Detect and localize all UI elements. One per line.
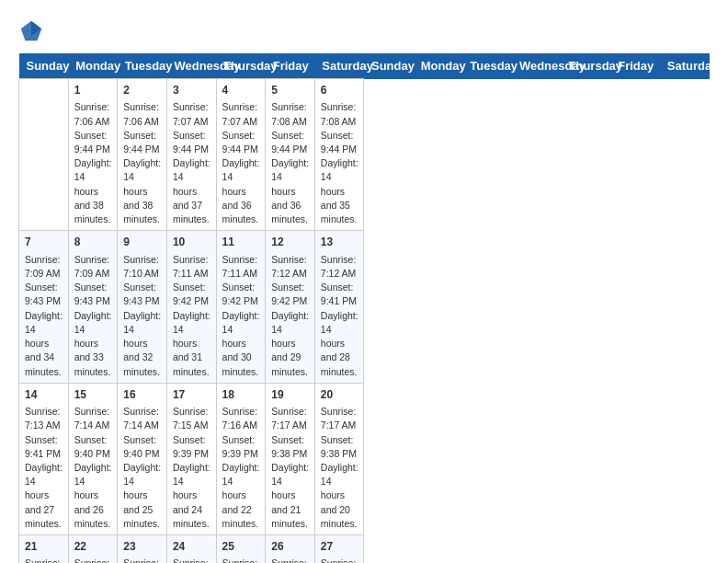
- calendar-cell: 27 Sunrise: 7:23 AM Sunset: 9:32 PM Dayl…: [314, 535, 364, 563]
- cell-content: 10 Sunrise: 7:11 AM Sunset: 9:42 PM Dayl…: [173, 235, 210, 378]
- calendar-week-row: 21 Sunrise: 7:18 AM Sunset: 9:37 PM Dayl…: [19, 535, 710, 563]
- sunrise-text: Sunrise: 7:11 AM: [173, 254, 209, 279]
- daylight-text: Daylight: 14 hours and 21 minutes.: [271, 462, 309, 529]
- weekday-header-tuesday: Tuesday: [118, 53, 167, 79]
- daylight-text: Daylight: 14 hours and 31 minutes.: [173, 310, 210, 377]
- day-number: 4: [222, 83, 260, 98]
- sunrise-text: Sunrise: 7:19 AM: [74, 557, 110, 563]
- cell-content: 19 Sunrise: 7:17 AM Sunset: 9:38 PM Dayl…: [271, 387, 309, 531]
- sunset-text: Sunset: 9:39 PM: [173, 434, 209, 459]
- sunset-text: Sunset: 9:43 PM: [74, 282, 110, 306]
- sunset-text: Sunset: 9:44 PM: [222, 130, 258, 155]
- calendar-cell: [19, 79, 69, 231]
- daylight-text: Daylight: 14 hours and 38 minutes.: [74, 157, 112, 224]
- day-number: 15: [74, 387, 112, 403]
- calendar-cell: 3 Sunrise: 7:07 AM Sunset: 9:44 PM Dayli…: [166, 79, 216, 231]
- calendar-week-row: 7 Sunrise: 7:09 AM Sunset: 9:43 PM Dayli…: [19, 231, 710, 383]
- cell-content: 12 Sunrise: 7:12 AM Sunset: 9:42 PM Dayl…: [271, 235, 309, 378]
- daylight-text: Daylight: 14 hours and 33 minutes.: [74, 310, 112, 377]
- sunrise-text: Sunrise: 7:14 AM: [123, 406, 159, 431]
- weekday-header-friday: Friday: [266, 53, 315, 79]
- calendar-cell: 8 Sunrise: 7:09 AM Sunset: 9:43 PM Dayli…: [68, 231, 118, 383]
- sunrise-text: Sunrise: 7:08 AM: [271, 101, 307, 126]
- logo-icon: [18, 18, 44, 44]
- day-number: 20: [321, 387, 358, 403]
- calendar-cell: 17 Sunrise: 7:15 AM Sunset: 9:39 PM Dayl…: [166, 383, 216, 534]
- calendar-cell: 22 Sunrise: 7:19 AM Sunset: 9:36 PM Dayl…: [68, 535, 118, 563]
- cell-content: 18 Sunrise: 7:16 AM Sunset: 9:39 PM Dayl…: [222, 387, 260, 531]
- sunrise-text: Sunrise: 7:22 AM: [271, 557, 307, 563]
- day-number: 1: [74, 83, 112, 98]
- sunset-text: Sunset: 9:42 PM: [173, 282, 209, 306]
- calendar-cell: 4 Sunrise: 7:07 AM Sunset: 9:44 PM Dayli…: [216, 79, 266, 231]
- cell-content: 25 Sunrise: 7:21 AM Sunset: 9:34 PM Dayl…: [222, 539, 260, 563]
- calendar-cell: 5 Sunrise: 7:08 AM Sunset: 9:44 PM Dayli…: [266, 79, 315, 231]
- sunset-text: Sunset: 9:40 PM: [74, 434, 110, 459]
- sunset-text: Sunset: 9:38 PM: [321, 434, 357, 459]
- cell-content: 27 Sunrise: 7:23 AM Sunset: 9:32 PM Dayl…: [321, 539, 358, 563]
- calendar-table: SundayMondayTuesdayWednesdayThursdayFrid…: [18, 53, 710, 563]
- sunrise-text: Sunrise: 7:20 AM: [123, 557, 159, 563]
- sunrise-text: Sunrise: 7:12 AM: [271, 254, 307, 279]
- sunrise-text: Sunrise: 7:21 AM: [222, 557, 258, 563]
- sunrise-text: Sunrise: 7:12 AM: [321, 254, 357, 279]
- cell-content: 17 Sunrise: 7:15 AM Sunset: 9:39 PM Dayl…: [173, 387, 210, 531]
- day-number: 3: [173, 83, 210, 98]
- sunrise-text: Sunrise: 7:13 AM: [25, 406, 61, 431]
- cell-content: 15 Sunrise: 7:14 AM Sunset: 9:40 PM Dayl…: [74, 387, 112, 531]
- day-number: 17: [173, 387, 210, 403]
- day-number: 2: [123, 83, 161, 98]
- sunset-text: Sunset: 9:43 PM: [25, 282, 61, 306]
- sunset-text: Sunset: 9:43 PM: [123, 282, 159, 306]
- sunset-text: Sunset: 9:44 PM: [173, 130, 209, 155]
- calendar-cell: 10 Sunrise: 7:11 AM Sunset: 9:42 PM Dayl…: [166, 231, 216, 383]
- calendar-cell: 20 Sunrise: 7:17 AM Sunset: 9:38 PM Dayl…: [314, 383, 364, 534]
- weekday-header-thursday: Thursday: [216, 53, 266, 79]
- daylight-text: Daylight: 14 hours and 36 minutes.: [271, 157, 309, 224]
- cell-content: 1 Sunrise: 7:06 AM Sunset: 9:44 PM Dayli…: [74, 83, 112, 226]
- day-number: 5: [271, 83, 309, 98]
- weekday-header-wednesday: Wednesday: [512, 53, 562, 79]
- daylight-text: Daylight: 14 hours and 29 minutes.: [271, 310, 309, 377]
- day-number: 14: [25, 387, 63, 403]
- cell-content: 22 Sunrise: 7:19 AM Sunset: 9:36 PM Dayl…: [74, 539, 112, 563]
- day-number: 19: [271, 387, 309, 403]
- daylight-text: Daylight: 14 hours and 30 minutes.: [222, 310, 260, 377]
- day-number: 11: [222, 235, 260, 250]
- daylight-text: Daylight: 14 hours and 28 minutes.: [321, 310, 358, 377]
- calendar-cell: 6 Sunrise: 7:08 AM Sunset: 9:44 PM Dayli…: [314, 79, 364, 231]
- calendar-cell: 21 Sunrise: 7:18 AM Sunset: 9:37 PM Dayl…: [19, 535, 69, 563]
- daylight-text: Daylight: 14 hours and 34 minutes.: [25, 310, 63, 377]
- cell-content: 20 Sunrise: 7:17 AM Sunset: 9:38 PM Dayl…: [321, 387, 358, 531]
- day-number: 23: [123, 539, 161, 555]
- sunset-text: Sunset: 9:44 PM: [271, 130, 307, 155]
- calendar-cell: 14 Sunrise: 7:13 AM Sunset: 9:41 PM Dayl…: [19, 383, 69, 534]
- weekday-header-row: SundayMondayTuesdayWednesdayThursdayFrid…: [19, 53, 710, 79]
- sunset-text: Sunset: 9:41 PM: [321, 282, 357, 306]
- cell-content: 16 Sunrise: 7:14 AM Sunset: 9:40 PM Dayl…: [123, 387, 161, 531]
- calendar-cell: 13 Sunrise: 7:12 AM Sunset: 9:41 PM Dayl…: [314, 231, 364, 383]
- sunset-text: Sunset: 9:42 PM: [271, 282, 307, 306]
- sunrise-text: Sunrise: 7:06 AM: [74, 101, 110, 126]
- calendar-cell: 19 Sunrise: 7:17 AM Sunset: 9:38 PM Dayl…: [266, 383, 315, 534]
- day-number: 26: [271, 539, 309, 555]
- weekday-header-monday: Monday: [68, 53, 118, 79]
- calendar-cell: 2 Sunrise: 7:06 AM Sunset: 9:44 PM Dayli…: [118, 79, 167, 231]
- daylight-text: Daylight: 14 hours and 36 minutes.: [222, 157, 260, 224]
- sunset-text: Sunset: 9:38 PM: [271, 434, 307, 459]
- sunrise-text: Sunrise: 7:09 AM: [25, 254, 61, 279]
- daylight-text: Daylight: 14 hours and 32 minutes.: [123, 310, 161, 377]
- day-number: 22: [74, 539, 112, 555]
- day-number: 13: [321, 235, 358, 250]
- sunrise-text: Sunrise: 7:20 AM: [173, 557, 209, 563]
- sunrise-text: Sunrise: 7:23 AM: [321, 557, 357, 563]
- sunrise-text: Sunrise: 7:08 AM: [321, 101, 357, 126]
- cell-content: 4 Sunrise: 7:07 AM Sunset: 9:44 PM Dayli…: [222, 83, 260, 226]
- cell-content: 3 Sunrise: 7:07 AM Sunset: 9:44 PM Dayli…: [173, 83, 210, 226]
- weekday-header-sunday: Sunday: [19, 53, 69, 79]
- sunrise-text: Sunrise: 7:06 AM: [123, 101, 159, 126]
- sunset-text: Sunset: 9:44 PM: [321, 130, 357, 155]
- sunset-text: Sunset: 9:42 PM: [222, 282, 258, 306]
- daylight-text: Daylight: 14 hours and 22 minutes.: [222, 462, 260, 529]
- day-number: 18: [222, 387, 260, 403]
